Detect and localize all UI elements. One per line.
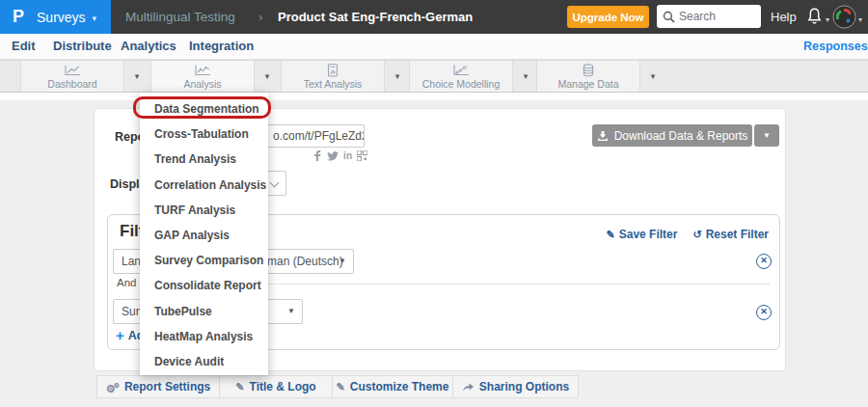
tab-report-settings[interactable]: ⚙⚙ Report Settings [96,375,220,398]
save-filter-label: Save Filter [619,228,678,241]
toolbar-dashboard-caret[interactable]: ▾ [124,61,149,92]
reset-filter-button[interactable]: ↺ Reset Filter [692,228,769,241]
linkedin-icon[interactable]: in [343,150,352,161]
menu-item-turf-analysis[interactable]: TURF Analysis [140,198,268,223]
questionpro-logo: P [13,6,24,27]
tab-label: Sharing Options [479,380,569,393]
menu-item-cross-tabulation[interactable]: Cross-Tabulation [140,122,268,147]
menu-item-trend-analysis[interactable]: Trend Analysis [140,147,268,172]
text-document-icon [323,64,342,77]
survey-nav: Edit Distribute Analytics Integration Re… [0,34,868,60]
download-options-caret[interactable]: ▼ [754,124,779,147]
surveys-menu[interactable]: P Surveys ▾ [0,0,111,34]
remove-filter-1-button[interactable]: ✕ [756,254,772,269]
chevron-down-icon: ▾ [858,15,862,24]
menu-item-consolidate-report[interactable]: Consolidate Report [140,273,268,298]
toolbar-manage-data-button[interactable]: Manage Data [536,61,640,92]
download-label: Download Data & Reports [614,129,748,143]
top-header: P Surveys ▾ Multilingual Testing › Produ… [0,0,868,34]
toolbar-choice-modelling-caret[interactable]: ▾ [513,61,538,92]
analysis-chart-icon [193,64,212,77]
gears-icon: ⚙⚙ [106,380,120,394]
toolbar-label: Choice Modelling [422,78,501,90]
database-icon [579,64,598,77]
menu-item-correlation-analysis[interactable]: Correlation Analysis [140,173,268,198]
remove-filter-icon: ✕ [760,307,768,316]
chevron-down-icon [270,178,280,188]
avatar [832,5,856,29]
help-link[interactable]: Help [771,0,797,34]
save-filter-button[interactable]: ✎ Save Filter [607,228,678,241]
toolbar-manage-data-caret[interactable]: ▾ [640,61,665,92]
toolbar-choice-modelling-button[interactable]: Choice Modelling [409,61,513,92]
remove-filter-icon: ✕ [760,256,768,265]
download-icon [597,130,609,142]
analysis-dropdown-menu: Data Segmentation Cross-Tabulation Trend… [140,93,268,375]
breadcrumb-separator: › [258,0,262,34]
menu-item-device-audit[interactable]: Device Audit [140,349,268,374]
toolbar-analysis-caret[interactable]: ▾ [255,61,280,92]
tab-customize-theme[interactable]: ✎ Customize Theme [333,375,453,398]
chevron-down-icon: ▾ [93,14,97,23]
filter-conjunction: And [117,277,136,288]
menu-item-tubepulse[interactable]: TubePulse [140,299,268,324]
pencil-icon: ✎ [607,229,615,241]
share-icon [462,382,475,392]
undo-icon: ↺ [692,229,701,241]
global-search[interactable] [657,5,761,28]
reset-filter-label: Reset Filter [706,228,769,241]
app-screen: P Surveys ▾ Multilingual Testing › Produ… [0,0,868,407]
toolbar-label: Analysis [183,78,221,90]
breadcrumb-survey-title: Product Sat Eng-French-German [278,0,473,34]
remove-filter-2-button[interactable]: ✕ [756,305,772,320]
nav-item-analytics[interactable]: Analytics [121,34,176,59]
nav-item-integration[interactable]: Integration [189,34,254,59]
product-name: Surveys [37,10,86,25]
pencil-icon: ✎ [337,382,345,393]
toolbar-bottom-strip [0,93,868,100]
tab-title-logo[interactable]: ✎ Title & Logo [220,375,333,398]
toolbar-label: Dashboard [47,78,96,90]
tab-label: Customize Theme [350,380,449,393]
tab-sharing-options[interactable]: Sharing Options [453,375,579,398]
embed-icon[interactable] [357,150,367,161]
twitter-icon[interactable] [327,151,339,161]
bell-icon [806,7,823,26]
toolbar-text-analysis-button[interactable]: Text Analysis [281,61,385,92]
breadcrumb-folder[interactable]: Multilingual Testing [125,0,235,34]
analytics-toolbar: Dashboard ▾ Analysis ▾ Text Analysis ▾ [0,60,868,93]
tab-label: Report Settings [124,380,210,393]
upgrade-now-button[interactable]: Upgrade Now [567,6,649,28]
search-input[interactable] [679,10,756,23]
menu-item-heatmap-analysis[interactable]: HeatMap Analysis [140,324,268,349]
plus-icon: + [116,328,124,342]
social-share-icons: in [315,150,367,161]
menu-item-gap-analysis[interactable]: GAP Analysis [140,223,268,248]
nav-item-edit[interactable]: Edit [12,34,36,59]
toolbar-label: Manage Data [557,78,618,90]
caret-down-icon: ▼ [339,250,346,273]
toolbar-text-analysis-caret[interactable]: ▾ [385,61,410,92]
toolbar-label: Text Analysis [304,78,363,90]
tab-label: Title & Logo [250,380,316,393]
menu-item-data-segmentation[interactable]: Data Segmentation [140,96,268,122]
nav-item-distribute[interactable]: Distribute [53,34,112,59]
account-menu[interactable]: ▾ [832,5,862,29]
report-settings-tabs: ⚙⚙ Report Settings ✎ Title & Logo ✎ Cust… [96,375,579,398]
caret-down-icon: ▼ [287,300,295,323]
facebook-icon[interactable] [312,150,322,161]
notifications-button[interactable]: ▾ [806,7,829,26]
scatter-chart-icon [451,64,471,77]
line-chart-icon [63,64,82,77]
toolbar-analysis-button[interactable]: Analysis [150,61,255,92]
download-data-reports-button[interactable]: Download Data & Reports [592,124,752,147]
chevron-down-icon: ▾ [826,15,829,24]
toolbar-dashboard-button[interactable]: Dashboard [20,61,124,92]
pencil-icon: ✎ [235,382,244,393]
menu-item-survey-comparison[interactable]: Survey Comparison [140,248,268,273]
search-icon [663,11,675,23]
